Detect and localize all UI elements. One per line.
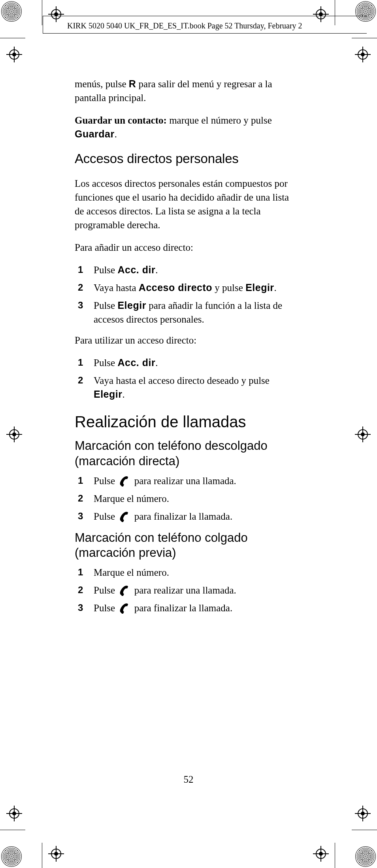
registration-mark-icon (355, 426, 371, 442)
registration-mark-icon (355, 47, 371, 62)
header-rule (43, 16, 367, 16)
header-rule (43, 33, 367, 34)
crop-mark-icon (2, 847, 21, 866)
step-item: Pulse para finalizar la llamada. (75, 601, 299, 615)
step-item: Pulse para finalizar la llamada. (75, 509, 299, 523)
step-item: Pulse Elegir para añadir la función a la… (75, 299, 299, 326)
page-title: Realización de llamadas (75, 411, 299, 433)
step-item: Vaya hasta el acceso directo deseado y p… (75, 374, 299, 401)
body-text: Vaya hasta el acceso directo deseado y p… (94, 375, 270, 386)
registration-mark-icon (6, 47, 22, 62)
inline-heading: Guardar un contacto: (75, 115, 167, 126)
step-list: Marque el número. Pulse para realizar un… (75, 566, 299, 615)
document-header: KIRK 5020 5040 UK_FR_DE_ES_IT.book Page … (67, 21, 302, 30)
registration-mark-icon (48, 846, 64, 862)
body-text: menús, pulse (75, 79, 129, 89)
page-number: 52 (0, 774, 377, 785)
body-text: Pulse (94, 475, 117, 486)
phone-handset-icon (117, 475, 132, 487)
key-label: Elegir (245, 282, 274, 293)
body-text: . (155, 357, 158, 368)
body-text: . (115, 129, 117, 139)
crop-guide (42, 0, 42, 25)
subsection-heading: Marcación con teléfono colgado (marcació… (75, 530, 299, 561)
body-text: . (122, 389, 124, 400)
crop-guide (0, 830, 25, 830)
crop-guide (335, 0, 335, 25)
key-label: Acc. dir (117, 357, 155, 368)
registration-mark-icon (313, 6, 329, 22)
body-text: Pulse (94, 357, 117, 368)
step-item: Pulse para realizar una llamada. (75, 474, 299, 488)
body-text: Pulse (94, 265, 117, 275)
crop-guide (0, 38, 25, 38)
body-text: Pulse (94, 300, 117, 311)
step-list: Pulse Acc. dir. Vaya hasta Acceso direct… (75, 263, 299, 326)
registration-mark-icon (313, 846, 329, 862)
page-content: menús, pulse R para salir del menú y reg… (75, 77, 299, 622)
body-paragraph: Para utilizar un acceso directo: (75, 333, 299, 347)
step-item: Pulse Acc. dir. (75, 356, 299, 370)
body-paragraph: Guardar un contacto: marque el número y … (75, 113, 299, 141)
step-item: Pulse Acc. dir. (75, 263, 299, 277)
phone-handset-icon (117, 511, 132, 522)
crop-guide (335, 843, 335, 868)
body-text: para realizar una llamada. (134, 475, 236, 486)
step-list: Pulse para realizar una llamada. Marque … (75, 474, 299, 523)
body-text: marque el número y pulse (167, 115, 272, 126)
body-text: . (274, 282, 277, 293)
registration-mark-icon (355, 806, 371, 821)
body-text: para finalizar la llamada. (134, 603, 232, 613)
crop-guide (352, 38, 377, 38)
body-text: para realizar una llamada. (134, 585, 236, 596)
step-list: Pulse Acc. dir. Vaya hasta el acceso dir… (75, 356, 299, 401)
crop-mark-icon (356, 2, 375, 21)
phone-handset-icon (117, 585, 132, 596)
body-paragraph: Los accesos directos personales están co… (75, 177, 299, 232)
key-label: Elegir (94, 389, 122, 400)
body-text: Pulse (94, 603, 117, 613)
registration-mark-icon (6, 806, 22, 821)
body-text: para finalizar la llamada. (134, 511, 232, 522)
key-label: Elegir (117, 300, 146, 311)
step-item: Marque el número. (75, 566, 299, 579)
body-text: y pulse (212, 282, 245, 293)
registration-mark-icon (48, 6, 64, 22)
section-heading: Accesos directos personales (75, 150, 299, 168)
header-rule (43, 16, 43, 33)
registration-mark-icon (6, 426, 22, 442)
step-item: Pulse para realizar una llamada. (75, 583, 299, 597)
key-label: Acc. dir (117, 264, 155, 275)
step-item: Vaya hasta Acceso directo y pulse Elegir… (75, 281, 299, 295)
body-text: Vaya hasta (94, 282, 139, 293)
body-text: Pulse (94, 511, 117, 522)
step-item: Marque el número. (75, 492, 299, 505)
crop-guide (42, 843, 42, 868)
crop-guide (352, 830, 377, 830)
body-paragraph: menús, pulse R para salir del menú y reg… (75, 77, 299, 105)
body-text: Pulse (94, 585, 117, 596)
subsection-heading: Marcación con teléfono descolgado (marca… (75, 438, 299, 469)
crop-mark-icon (2, 2, 21, 21)
body-text: . (155, 265, 158, 275)
crop-mark-icon (356, 847, 375, 866)
phone-handset-icon (117, 603, 132, 614)
key-label: Acceso directo (139, 282, 212, 293)
key-label: Guardar (75, 128, 115, 139)
body-paragraph: Para añadir un acceso directo: (75, 240, 299, 254)
key-label: R (129, 78, 136, 89)
